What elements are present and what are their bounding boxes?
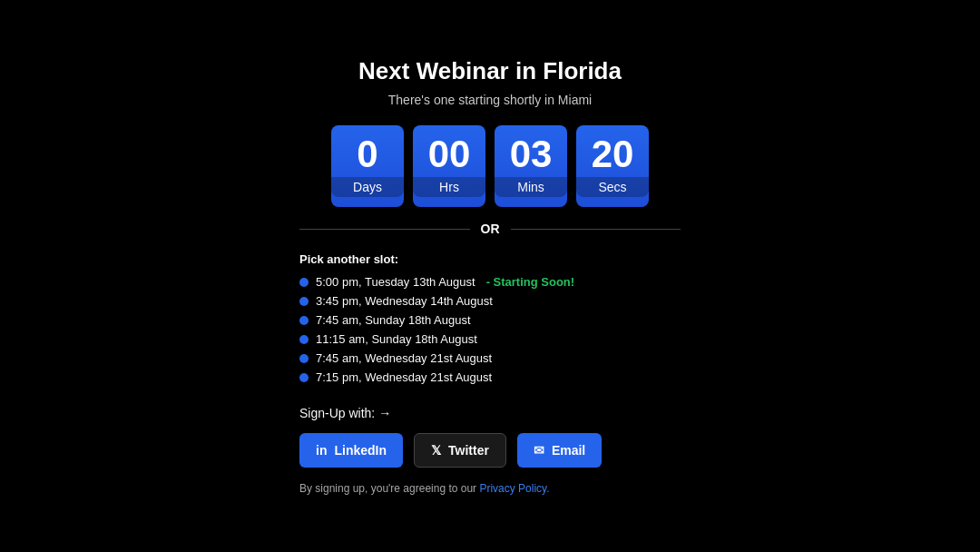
- slot-time: 7:45 am, Sunday 18th August: [316, 313, 471, 327]
- page-title: Next Webinar in Florida: [358, 57, 622, 85]
- privacy-notice: By signing up, you're agreeing to our Pr…: [299, 482, 550, 495]
- social-buttons-group: in LinkedIn 𝕏 Twitter ✉ Email: [299, 433, 602, 468]
- pick-slot-label: Pick another slot:: [299, 252, 398, 266]
- linkedin-button[interactable]: in LinkedIn: [299, 433, 403, 468]
- list-item[interactable]: 7:15 pm, Wednesday 21st August: [299, 370, 681, 384]
- slot-time: 11:15 am, Sunday 18th August: [316, 332, 477, 346]
- list-item[interactable]: 3:45 pm, Wednesday 14th August: [299, 294, 681, 308]
- list-item[interactable]: 5:00 pm, Tuesday 13th August - Starting …: [299, 275, 681, 289]
- or-divider: OR: [299, 222, 681, 236]
- twitter-icon: 𝕏: [431, 443, 441, 458]
- days-label: Days: [331, 177, 404, 197]
- slot-dot: [299, 354, 309, 363]
- countdown-mins: 03 Mins: [495, 125, 567, 207]
- slot-list: 5:00 pm, Tuesday 13th August - Starting …: [299, 275, 681, 389]
- or-line-right: [511, 229, 681, 230]
- mins-label: Mins: [495, 177, 567, 197]
- secs-value: 20: [592, 135, 634, 173]
- slot-dot: [299, 316, 309, 325]
- twitter-button[interactable]: 𝕏 Twitter: [414, 433, 506, 468]
- starting-soon-badge: - Starting Soon!: [486, 275, 575, 289]
- mins-value: 03: [510, 135, 553, 173]
- list-item[interactable]: 7:45 am, Wednesday 21st August: [299, 351, 681, 365]
- linkedin-label: LinkedIn: [334, 443, 387, 458]
- or-text: OR: [481, 222, 500, 236]
- linkedin-icon: in: [316, 443, 327, 458]
- email-label: Email: [552, 443, 585, 458]
- slot-dot: [299, 278, 309, 287]
- email-icon: ✉: [534, 443, 544, 458]
- slot-dot: [299, 373, 309, 382]
- page-subtitle: There's one starting shortly in Miami: [388, 93, 592, 107]
- hrs-label: Hrs: [413, 177, 485, 197]
- countdown-secs: 20 Secs: [576, 125, 649, 207]
- countdown-days: 0 Days: [331, 125, 404, 207]
- slot-time: 7:45 am, Wednesday 21st August: [316, 351, 492, 365]
- countdown-timer: 0 Days 00 Hrs 03 Mins 20 Secs: [331, 125, 649, 207]
- list-item[interactable]: 11:15 am, Sunday 18th August: [299, 332, 681, 346]
- countdown-hrs: 00 Hrs: [413, 125, 485, 207]
- slot-dot: [299, 335, 309, 344]
- list-item[interactable]: 7:45 am, Sunday 18th August: [299, 313, 681, 327]
- signup-label: Sign-Up with: →: [299, 406, 391, 420]
- secs-label: Secs: [576, 177, 649, 197]
- or-line-left: [299, 229, 470, 230]
- slot-dot: [299, 297, 309, 306]
- slot-time: 5:00 pm, Tuesday 13th August: [316, 275, 475, 289]
- slot-time: 7:15 pm, Wednesday 21st August: [316, 370, 492, 384]
- privacy-text-content: By signing up, you're agreeing to our: [299, 482, 479, 495]
- email-button[interactable]: ✉ Email: [517, 433, 602, 468]
- hrs-value: 00: [428, 135, 471, 173]
- privacy-policy-link[interactable]: Privacy Policy.: [479, 482, 549, 495]
- twitter-label: Twitter: [448, 443, 489, 458]
- days-value: 0: [357, 135, 377, 173]
- slot-time: 3:45 pm, Wednesday 14th August: [316, 294, 493, 308]
- main-container: Next Webinar in Florida There's one star…: [299, 57, 681, 495]
